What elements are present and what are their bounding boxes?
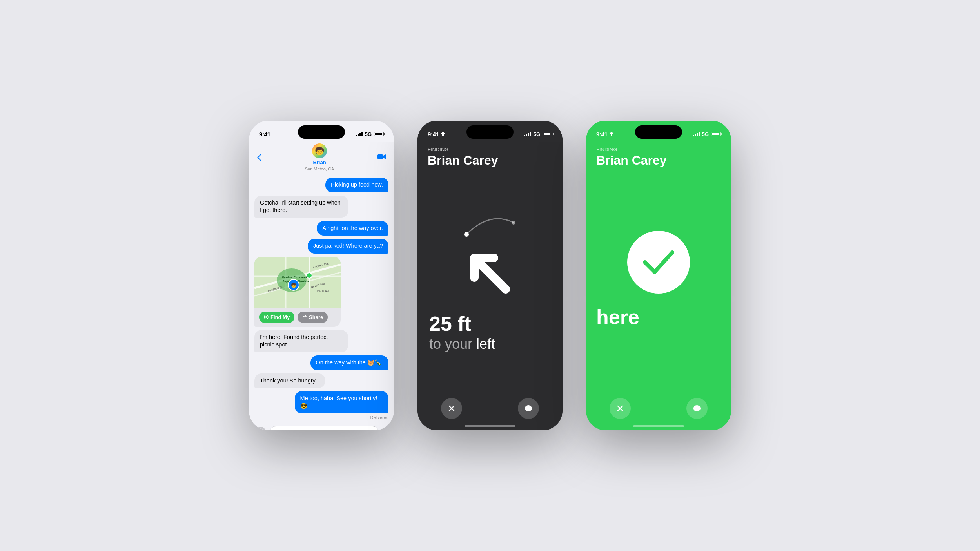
direction-content: 25 ft to your left (417, 313, 563, 352)
svg-text:🧒: 🧒 (291, 282, 297, 288)
network-label: 5G (365, 131, 372, 137)
back-button[interactable] (257, 154, 261, 161)
delivered-status: Delivered (254, 415, 388, 420)
signal-bars-3 (693, 132, 700, 136)
dynamic-island (298, 125, 345, 139)
message-bubble-sent-2: Alright, on the way over. (317, 221, 388, 236)
contact-location: San Mateo, CA (305, 167, 334, 171)
message-bubble-received-1: Gotcha! I'll start setting up when I get… (254, 196, 348, 218)
check-circle (627, 231, 690, 294)
svg-text:Central Park and: Central Park and (282, 276, 307, 279)
finding-label-2: FINDING (417, 142, 563, 153)
map-bubble[interactable]: Central Park and Japanese Garden 🧒 NINTH… (254, 257, 341, 327)
home-indicator-2 (465, 425, 515, 427)
video-call-button[interactable] (377, 153, 386, 162)
distance-text: 25 ft (429, 313, 471, 335)
findmy-buttons-3 (586, 392, 731, 419)
svg-text:PALM AVE: PALM AVE (317, 290, 330, 292)
dynamic-island-2 (466, 125, 514, 139)
finding-label-3: FINDING (586, 142, 731, 153)
message-input[interactable]: iMessage (269, 426, 379, 430)
here-text: here (596, 305, 639, 329)
message-bubble-sent-5: Me too, haha. See you shortly! 😎 (295, 391, 388, 413)
find-my-button[interactable]: Find My (259, 312, 294, 323)
iphone-findmy-direction: 9:41 5G FINDING Brian Carey (417, 121, 563, 430)
map-preview: Central Park and Japanese Garden 🧒 NINTH… (254, 257, 341, 308)
status-time: 9:41 (259, 131, 270, 138)
status-icons-3: 5G (693, 131, 721, 137)
direction-arrow (459, 242, 521, 305)
network-label-2: 5G (534, 131, 540, 137)
findmy-body-direction: 25 ft to your left (417, 176, 563, 392)
person-name-3: Brian Carey (586, 153, 731, 176)
signal-bars-2 (524, 132, 531, 136)
svg-point-18 (265, 316, 267, 318)
iphone-messages: 9:41 5G 🧒 Brian San Mateo, CA (249, 121, 394, 430)
signal-bars (356, 132, 363, 136)
contact-info[interactable]: 🧒 Brian San Mateo, CA (305, 143, 334, 171)
message-bubble-received-2: I'm here! Found the perfect picnic spot. (254, 330, 348, 352)
svg-rect-0 (377, 154, 383, 159)
svg-point-12 (307, 273, 312, 278)
message-bubble-received-3: Thank you! So hungry... (254, 373, 325, 388)
svg-point-22 (464, 232, 469, 237)
map-actions: Find My Share (254, 308, 341, 327)
direction-description: to your left (429, 335, 495, 352)
messages-nav: 🧒 Brian San Mateo, CA (249, 142, 394, 174)
battery-icon-2 (543, 132, 552, 136)
add-attachment-button[interactable]: + (254, 427, 266, 430)
findmy-body-found: here (586, 176, 731, 392)
close-button-3[interactable] (610, 398, 631, 419)
home-indicator-3 (633, 425, 684, 427)
message-bubble-sent-4: On the way with the 🧺🍾. (310, 355, 388, 370)
share-button[interactable]: Share (298, 312, 328, 323)
message-bubble-sent-3: Just parked! Where are ya? (308, 239, 388, 254)
message-input-bar: + iMessage (249, 423, 394, 430)
close-button-2[interactable] (441, 398, 462, 419)
microphone-button[interactable] (382, 428, 388, 430)
checkmark-icon (641, 248, 676, 276)
contact-name: Brian (313, 160, 326, 165)
status-time-2: 9:41 (428, 131, 439, 138)
status-icons-2: 5G (524, 131, 552, 137)
findmy-buttons-2 (417, 392, 563, 419)
person-name-2: Brian Carey (417, 153, 563, 176)
status-icons: 5G (356, 131, 384, 137)
network-label-3: 5G (702, 131, 709, 137)
svg-point-23 (512, 221, 515, 225)
battery-icon-3 (711, 132, 721, 136)
messages-list: Picking up food now. Gotcha! I'll start … (249, 174, 394, 423)
message-button-2[interactable] (518, 398, 539, 419)
message-bubble-sent-1: Picking up food now. (325, 178, 388, 192)
contact-avatar: 🧒 (312, 143, 327, 158)
here-content: here (586, 305, 731, 329)
message-button-3[interactable] (686, 398, 708, 419)
svg-rect-19 (384, 428, 387, 430)
dynamic-island-3 (635, 125, 682, 139)
battery-icon (374, 132, 384, 136)
iphone-findmy-found: 9:41 5G FINDING Brian Carey (586, 121, 731, 430)
status-time-3: 9:41 (596, 131, 608, 138)
